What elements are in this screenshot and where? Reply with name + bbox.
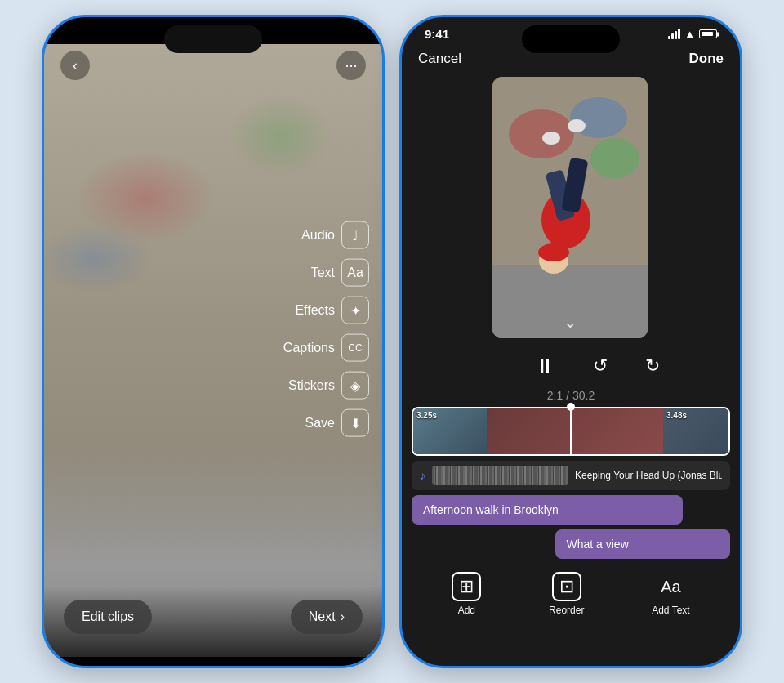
clip-3[interactable]: 3.48s bbox=[663, 408, 728, 454]
music-waveform bbox=[432, 466, 568, 485]
left-phone: 9:41 ▲ bbox=[42, 15, 385, 668]
stickers-tool[interactable]: Stickers ◈ bbox=[283, 372, 369, 400]
clip-1-label: 3.25s bbox=[416, 411, 437, 420]
playback-controls: ↺ ⏸ ↺ ↻ bbox=[402, 338, 740, 387]
more-button[interactable]: ··· bbox=[336, 51, 366, 80]
add-action[interactable]: ⊞ Add bbox=[452, 572, 481, 616]
next-label: Next bbox=[309, 609, 336, 624]
playhead-dot bbox=[567, 403, 575, 411]
effects-label: Effects bbox=[295, 303, 335, 318]
current-time: 2.1 bbox=[547, 389, 563, 402]
done-button[interactable]: Done bbox=[689, 47, 724, 70]
video-preview-right: ⌄ bbox=[492, 77, 648, 338]
edit-clips-button[interactable]: Edit clips bbox=[64, 600, 152, 634]
dynamic-island-left bbox=[164, 25, 262, 53]
total-time: 30.2 bbox=[572, 389, 595, 402]
reorder-label: Reorder bbox=[549, 605, 584, 616]
phones-container: 9:41 ▲ bbox=[42, 15, 742, 668]
time-right: 9:41 bbox=[425, 27, 449, 41]
text-tool[interactable]: Text Aa bbox=[283, 259, 369, 287]
status-icons-right: ▲ bbox=[668, 28, 717, 40]
svg-point-31 bbox=[568, 119, 586, 132]
bottom-bar-left: Edit clips Next › bbox=[44, 587, 382, 657]
timeline: 3.25s 3.48s ♪ Keeping Your Head Up (Jona… bbox=[402, 407, 740, 559]
stickers-icon: ◈ bbox=[341, 372, 369, 400]
signal-icon-right bbox=[668, 29, 680, 39]
effects-tool[interactable]: Effects ✦ bbox=[283, 297, 369, 324]
redo-button[interactable]: ↻ bbox=[638, 351, 667, 381]
reorder-icon: ⊡ bbox=[552, 572, 581, 601]
next-button[interactable]: Next › bbox=[291, 600, 363, 634]
dynamic-island-right bbox=[522, 25, 620, 53]
stickers-label: Stickers bbox=[288, 378, 335, 393]
audio-label: Audio bbox=[301, 228, 335, 243]
save-icon: ⬇ bbox=[341, 409, 369, 437]
svg-point-30 bbox=[542, 132, 560, 145]
time-left: 9:41 bbox=[67, 27, 91, 41]
svg-point-23 bbox=[590, 138, 639, 179]
battery-icon-right bbox=[699, 29, 717, 38]
add-icon: ⊞ bbox=[452, 572, 481, 601]
status-icons-left: ▲ bbox=[310, 28, 359, 40]
text-label: Text bbox=[311, 266, 335, 280]
effects-icon: ✦ bbox=[341, 297, 369, 324]
clip-3-label: 3.48s bbox=[666, 411, 687, 420]
undo-button-active[interactable]: ↺ bbox=[586, 351, 615, 381]
edit-toolbar: Audio ♩ Text Aa Effects ✦ Captions CC St… bbox=[283, 221, 369, 437]
signal-icon-left bbox=[310, 29, 323, 39]
save-tool[interactable]: Save ⬇ bbox=[283, 409, 369, 437]
add-text-label: Add Text bbox=[652, 605, 689, 616]
right-phone: 9:41 ▲ Cancel Done bbox=[399, 15, 742, 668]
text-icon: Aa bbox=[341, 259, 369, 287]
pause-button[interactable]: ⏸ bbox=[527, 348, 563, 384]
cancel-button[interactable]: Cancel bbox=[418, 47, 461, 70]
captions-tool[interactable]: Captions CC bbox=[283, 334, 369, 362]
preview-chevron: ⌄ bbox=[564, 312, 577, 332]
reorder-action[interactable]: ⊡ Reorder bbox=[549, 572, 584, 616]
clip-1[interactable]: 3.25s bbox=[413, 408, 487, 454]
next-arrow: › bbox=[341, 609, 345, 624]
text-track-2[interactable]: What a view bbox=[555, 529, 731, 559]
captions-label: Captions bbox=[283, 341, 335, 355]
wifi-icon-left: ▲ bbox=[327, 28, 337, 40]
timeline-clips-wrapper: 3.25s 3.48s bbox=[412, 407, 730, 456]
preview-dancer-svg bbox=[492, 77, 648, 338]
wifi-icon-right: ▲ bbox=[684, 28, 695, 40]
svg-point-27 bbox=[538, 243, 569, 261]
music-icon: ♪ bbox=[420, 469, 425, 482]
svg-point-21 bbox=[509, 109, 574, 158]
audio-icon: ♩ bbox=[341, 221, 369, 249]
add-text-icon: Aa bbox=[656, 572, 685, 601]
text-track-1[interactable]: Afternoon walk in Brooklyn bbox=[412, 495, 683, 525]
preview-video-content bbox=[492, 77, 648, 338]
music-track[interactable]: ♪ Keeping Your Head Up (Jonas Blue bbox=[412, 461, 730, 490]
music-title: Keeping Your Head Up (Jonas Blue bbox=[575, 470, 722, 481]
battery-icon-left bbox=[341, 29, 359, 38]
add-label: Add bbox=[458, 605, 475, 616]
save-label: Save bbox=[305, 416, 335, 431]
text-tracks: Afternoon walk in Brooklyn What a view bbox=[412, 495, 730, 559]
time-separator: / bbox=[563, 389, 572, 402]
add-text-action[interactable]: Aa Add Text bbox=[652, 572, 689, 616]
audio-tool[interactable]: Audio ♩ bbox=[283, 221, 369, 249]
video-content-left: ‹ ··· Audio ♩ Text Aa Effects ✦ Capti bbox=[44, 44, 382, 657]
clip-2[interactable] bbox=[487, 408, 663, 454]
back-button[interactable]: ‹ bbox=[60, 51, 90, 80]
playhead-line bbox=[570, 407, 572, 456]
captions-icon: CC bbox=[341, 334, 369, 362]
bottom-toolbar-right: ⊞ Add ⊡ Reorder Aa Add Text bbox=[402, 562, 740, 636]
